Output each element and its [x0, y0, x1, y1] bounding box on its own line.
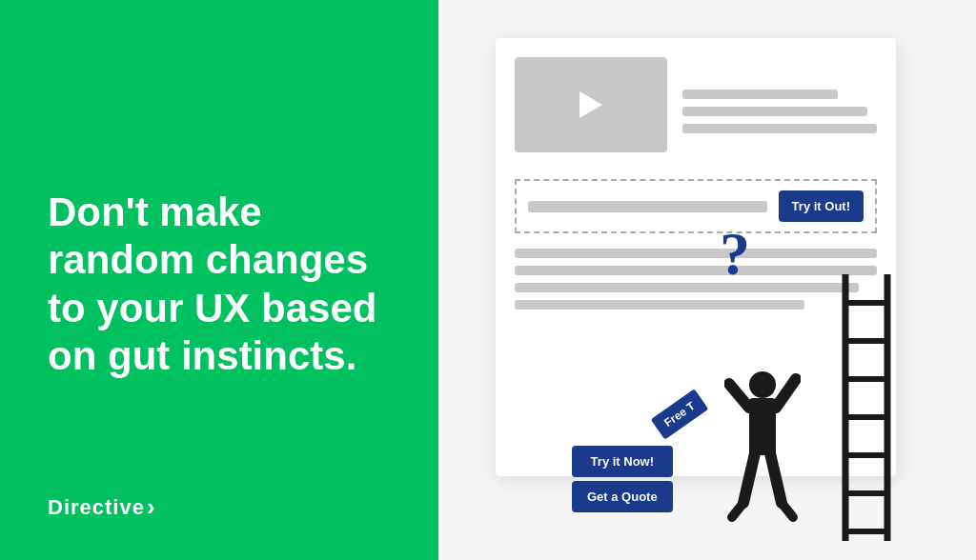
svg-line-7 [782, 503, 793, 517]
svg-point-0 [749, 371, 776, 398]
try-it-now-button[interactable]: Try it Now! [572, 446, 673, 477]
svg-line-5 [770, 453, 782, 503]
mockup-header-row [515, 57, 877, 166]
content-line-4 [515, 300, 804, 310]
text-lines-right [682, 57, 877, 166]
left-panel: Don't make random changes to your UX bas… [0, 0, 438, 560]
get-a-quote-button[interactable]: Get a Quote [572, 481, 673, 512]
video-placeholder [515, 57, 667, 152]
play-icon [580, 91, 602, 118]
floating-buttons: Try it Now! Get a Quote [572, 446, 673, 512]
brand-arrow: › [147, 492, 156, 522]
content-line-3 [515, 283, 859, 292]
svg-line-2 [729, 384, 749, 408]
svg-line-4 [743, 453, 755, 503]
text-line-3 [682, 124, 877, 133]
svg-line-3 [776, 379, 796, 408]
content-line-1 [515, 249, 877, 258]
svg-line-6 [732, 503, 743, 517]
content-line-2 [515, 266, 877, 275]
brand-name: Directive [48, 495, 145, 520]
cta-input-bar [528, 201, 767, 212]
right-panel: Try it Out! ? Free T [438, 0, 976, 560]
text-line-1 [682, 90, 838, 99]
question-mark: ? [720, 219, 750, 290]
main-headline: Don't make random changes to your UX bas… [48, 189, 391, 381]
content-lines [515, 249, 877, 310]
ladder [838, 274, 895, 541]
cta-row: Try it Out! [515, 179, 877, 233]
person-silhouette [724, 370, 801, 531]
try-it-out-button[interactable]: Try it Out! [779, 190, 864, 222]
text-line-2 [682, 107, 867, 116]
brand-logo: Directive› [48, 492, 391, 522]
